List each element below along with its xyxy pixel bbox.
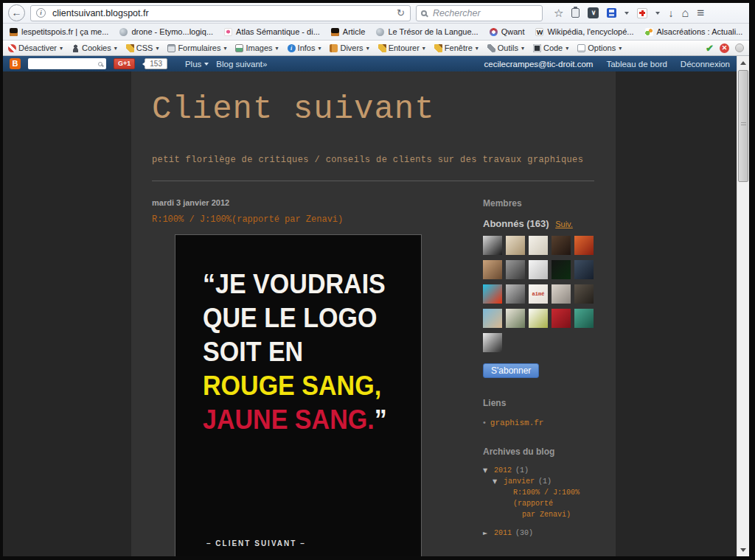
archive-count: (30) [515, 528, 533, 539]
browser-search-bar[interactable] [416, 5, 543, 21]
plus-menu[interactable]: Plus [185, 60, 209, 69]
bookmark-item[interactable]: lespetitspois.fr | ça me... [10, 27, 108, 36]
devbar-menu-formulaires[interactable]: Formulaires▾ [167, 43, 226, 52]
graphism-link[interactable]: graphism.fr [490, 419, 544, 427]
devbar-menu-images[interactable]: Images▾ [235, 43, 278, 52]
vertical-scrollbar[interactable] [737, 56, 749, 556]
globe-favicon [376, 28, 384, 36]
blogger-logo-icon[interactable]: B [10, 58, 21, 69]
bookmark-item[interactable]: drone - Etymo...logiq... [119, 27, 213, 36]
devbar-menu-code[interactable]: Code▾ [533, 43, 568, 52]
save-session-icon[interactable] [607, 8, 616, 18]
avatar[interactable] [506, 260, 525, 279]
archive-row: ▼2012(1) [483, 465, 595, 476]
archive-link[interactable]: 2011 [494, 528, 512, 539]
avatar[interactable] [483, 309, 502, 328]
bookmark-item[interactable]: Qwant [490, 27, 525, 36]
avatar[interactable] [506, 236, 525, 255]
devbar-menu-infos[interactable]: iInfos▾ [288, 43, 321, 52]
archive-tree: ▼2012(1)▼janvier(1)R:100% / J:100%(rappo… [483, 465, 595, 539]
site-info-icon[interactable]: i [36, 8, 46, 18]
signout-link[interactable]: Déconnexion [681, 60, 730, 69]
url-bar[interactable]: i ↻ [30, 5, 411, 21]
devbar-menu-label: Options [588, 43, 616, 52]
save-dropdown-caret[interactable] [624, 12, 629, 15]
error-circle-icon[interactable]: ✕ [720, 43, 729, 53]
avatar[interactable] [529, 309, 548, 328]
bookmark-item[interactable]: Alsacréations : Actuali... [645, 27, 743, 36]
avatar[interactable]: aimé [529, 284, 548, 304]
triangle-down-icon [502, 487, 509, 520]
blog-search-icon[interactable] [98, 62, 102, 66]
toolbar-icon-cluster: ☆ ∨ ↓ ⌂ ≡ [554, 6, 704, 21]
qwant-favicon [490, 28, 498, 36]
home-icon[interactable]: ⌂ [681, 7, 689, 20]
archive-widget: Archives du blog ▼2012(1)▼janvier(1)R:10… [483, 447, 595, 539]
avatar[interactable] [483, 260, 502, 279]
bookmarks-menu-icon[interactable] [571, 8, 580, 18]
followers-next-link[interactable]: Suiv. [555, 220, 573, 228]
avatar[interactable] [574, 309, 594, 328]
next-blog-link[interactable]: Blog suivant» [216, 60, 267, 69]
devbar-menu-cookies[interactable]: Cookies▾ [72, 43, 117, 52]
bookmark-star-icon[interactable]: ☆ [554, 7, 563, 20]
avatar[interactable] [574, 236, 594, 255]
blog-search-input[interactable] [30, 59, 98, 69]
devbar-menu-divers[interactable]: Divers▾ [330, 43, 369, 52]
devbar-menu-outils[interactable]: Outils▾ [487, 43, 524, 52]
avatar[interactable] [506, 309, 525, 328]
bookmark-item[interactable]: Article [331, 27, 366, 36]
downloads-icon[interactable]: ↓ [668, 7, 673, 19]
post-image[interactable]: “JE VOUDRAISQUE LE LOGOSOIT ENROUGE SANG… [175, 234, 422, 556]
bookmark-item[interactable]: WWikipédia, l'encyclopé... [535, 27, 633, 36]
avatar[interactable] [506, 284, 525, 304]
devbar-menu-options[interactable]: Options▾ [577, 43, 622, 52]
scroll-down-button[interactable] [737, 544, 749, 556]
subscribe-button[interactable]: S'abonner [483, 363, 539, 378]
triangle-right-icon[interactable]: ► [483, 528, 490, 539]
poster-line: “JE VOUDRAIS [203, 267, 387, 301]
avatar[interactable] [574, 260, 594, 279]
post-title[interactable]: R:100% / J:100%(rapporté par Zenavi) [152, 214, 476, 225]
archive-link[interactable]: R:100% / J:100%(rapporté par Zenavi) [513, 487, 595, 520]
triangle-down-icon[interactable]: ▼ [483, 465, 490, 476]
avatar[interactable] [529, 260, 548, 279]
red-cross-addon-icon[interactable] [637, 8, 647, 18]
bookmark-label: Atlas Sémantique - di... [236, 27, 320, 36]
devbar-menu-fenêtre[interactable]: Fenêtre▾ [434, 43, 479, 52]
scrollbar-thumb[interactable] [738, 70, 748, 182]
devbar-menu-entourer[interactable]: Entourer▾ [378, 43, 425, 52]
addon-dropdown-caret[interactable] [655, 12, 660, 15]
devbar-menu-css[interactable]: CSS▾ [126, 43, 159, 52]
pocket-icon[interactable]: ∨ [588, 7, 599, 18]
idle-circle-icon[interactable] [735, 43, 744, 52]
poster-line: SOIT EN [203, 335, 387, 369]
avatar[interactable] [552, 284, 571, 304]
browser-search-input[interactable] [431, 7, 537, 19]
devbar-menu-désactiver[interactable]: Désactiver▾ [8, 43, 63, 52]
bookmark-item[interactable]: Le Trésor de la Langue... [376, 27, 478, 36]
triangle-down-icon[interactable]: ▼ [493, 476, 500, 487]
dashboard-link[interactable]: Tableau de bord [606, 60, 667, 69]
avatar[interactable] [552, 236, 571, 255]
avatar[interactable] [552, 309, 571, 328]
avatar[interactable] [529, 236, 548, 255]
archive-link[interactable]: 2012 [494, 465, 512, 476]
hamburger-menu-icon[interactable]: ≡ [697, 6, 704, 21]
avatar[interactable] [483, 236, 502, 255]
avatar[interactable] [483, 333, 502, 352]
bookmark-item[interactable]: Atlas Sémantique - di... [224, 27, 320, 36]
back-button[interactable]: ← [8, 4, 25, 21]
reload-icon[interactable]: ↻ [397, 7, 405, 18]
valid-check-icon[interactable]: ✔ [706, 43, 714, 54]
avatar[interactable] [574, 284, 594, 304]
avatar[interactable] [552, 260, 571, 279]
gplus-button[interactable]: G+1 [114, 58, 135, 69]
blog-title[interactable]: Client suivant [152, 91, 595, 127]
avatar[interactable] [483, 284, 502, 304]
url-input[interactable] [51, 7, 392, 19]
archive-link[interactable]: janvier [504, 476, 535, 487]
blog-search-box[interactable] [28, 58, 106, 69]
scroll-up-button[interactable] [737, 57, 749, 69]
image-icon [235, 44, 243, 52]
